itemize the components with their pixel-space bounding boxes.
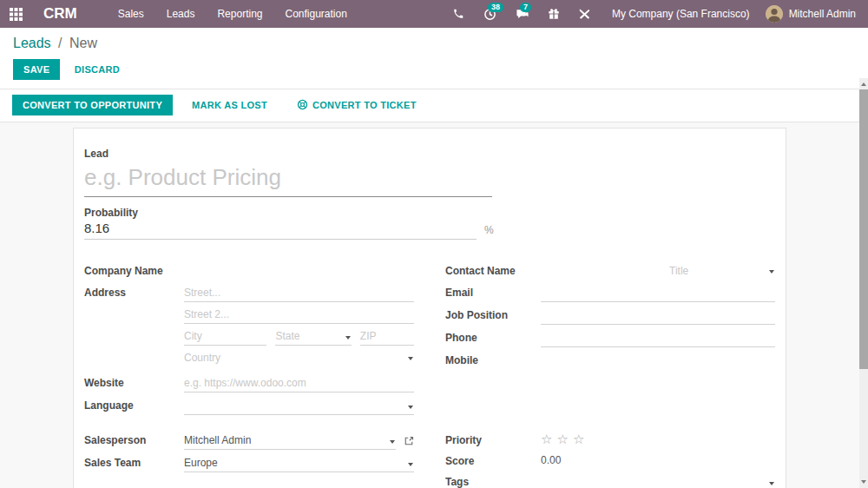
- sales-team-row: Sales Team: [84, 454, 414, 472]
- column-right: Contact Name Email: [445, 262, 775, 419]
- job-position-label: Job Position: [445, 307, 541, 325]
- tags-row: Tags: [445, 473, 775, 488]
- tags-label: Tags: [445, 473, 541, 488]
- scrollbar-up-arrow-icon[interactable]: [861, 82, 866, 86]
- star-icon[interactable]: ☆: [541, 432, 556, 446]
- breadcrumb-separator: /: [55, 36, 65, 50]
- column-left: Company Name Address: [84, 262, 414, 419]
- lead-name-input[interactable]: [84, 162, 492, 197]
- company-name-label: Company Name: [84, 262, 184, 280]
- country-select[interactable]: [184, 350, 414, 366]
- save-button[interactable]: SAVE: [13, 59, 60, 80]
- menu-configuration[interactable]: Configuration: [273, 0, 358, 28]
- score-label: Score: [445, 452, 541, 469]
- contact-name-row: Contact Name: [445, 262, 775, 280]
- breadcrumb-leads-link[interactable]: Leads: [13, 36, 51, 50]
- mobile-input[interactable]: [541, 353, 775, 369]
- convert-to-opportunity-button[interactable]: CONVERT TO OPPORTUNITY: [12, 95, 173, 115]
- voip-phone-icon[interactable]: [443, 0, 474, 28]
- title-caret-icon[interactable]: [769, 270, 774, 274]
- website-label: Website: [84, 374, 184, 392]
- country-caret-icon[interactable]: [408, 357, 413, 360]
- scrollbar-down-arrow-icon[interactable]: [861, 480, 866, 484]
- mobile-row: Mobile: [445, 352, 775, 369]
- address-row: Address: [84, 284, 414, 370]
- avatar-glyph: [766, 5, 783, 23]
- star-icon[interactable]: ☆: [573, 432, 589, 446]
- probability-input[interactable]: [84, 219, 477, 240]
- priority-label: Priority: [445, 432, 541, 448]
- vertical-scrollbar[interactable]: [859, 78, 868, 488]
- top-navbar: CRM Sales Leads Reporting Configuration …: [0, 0, 868, 28]
- company-name-input[interactable]: [184, 263, 414, 280]
- phone-row: Phone: [445, 329, 775, 347]
- apps-grid-glyph: [10, 8, 23, 21]
- score-value: 0.00: [541, 452, 775, 469]
- language-select[interactable]: [184, 398, 414, 415]
- sales-team-caret-icon[interactable]: [408, 463, 413, 466]
- salesperson-select[interactable]: [184, 432, 396, 450]
- language-caret-icon[interactable]: [408, 406, 413, 409]
- email-input[interactable]: [541, 285, 775, 302]
- street-input[interactable]: [184, 285, 414, 302]
- street2-input[interactable]: [184, 307, 414, 324]
- phone-input[interactable]: [541, 330, 775, 347]
- job-position-input[interactable]: [541, 307, 775, 325]
- tags-caret-icon[interactable]: [769, 482, 774, 485]
- tools-icon[interactable]: [569, 0, 600, 28]
- job-position-row: Job Position: [445, 307, 775, 325]
- activities-badge: 38: [488, 3, 503, 12]
- star-icon[interactable]: ☆: [556, 432, 572, 446]
- company-name-row: Company Name: [84, 262, 414, 280]
- breadcrumb: Leads / New: [13, 36, 855, 51]
- tools-glyph: [579, 9, 590, 20]
- form-sheet: Lead Probability % Company Name: [73, 128, 786, 488]
- phone-label: Phone: [445, 329, 541, 347]
- language-label: Language: [84, 397, 184, 415]
- salesperson-caret-icon[interactable]: [390, 440, 395, 444]
- company-switcher[interactable]: My Company (San Francisco): [600, 0, 762, 28]
- website-input[interactable]: [184, 375, 414, 392]
- convert-to-ticket-label: CONVERT TO TICKET: [312, 100, 417, 110]
- salesperson-row: Salesperson: [84, 432, 414, 450]
- priority-stars: ☆☆☆: [541, 432, 775, 448]
- probability-unit: %: [484, 224, 494, 240]
- control-panel: Leads / New SAVE DISCARD: [0, 28, 868, 89]
- zip-input[interactable]: [360, 328, 414, 346]
- probability-label: Probability: [84, 207, 775, 219]
- messages-icon[interactable]: 7: [506, 0, 538, 28]
- user-menu[interactable]: Mitchell Admin: [762, 5, 868, 23]
- menu-sales[interactable]: Sales: [107, 0, 155, 28]
- sales-team-label: Sales Team: [84, 454, 184, 472]
- priority-row: Priority ☆☆☆: [445, 432, 775, 448]
- lead-label: Lead: [84, 148, 775, 160]
- sales-team-select[interactable]: [184, 455, 414, 472]
- menu-leads[interactable]: Leads: [155, 0, 207, 28]
- tags-select[interactable]: [541, 474, 775, 488]
- contact-name-input[interactable]: [541, 263, 669, 280]
- state-caret-icon[interactable]: [345, 336, 351, 340]
- form-view-area: Lead Probability % Company Name: [0, 122, 859, 488]
- crm-lead-form-page: CRM Sales Leads Reporting Configuration …: [0, 0, 868, 488]
- avatar: [766, 5, 783, 23]
- address-label: Address: [84, 284, 184, 370]
- field-group-bottom: Salesperson: [84, 432, 775, 488]
- app-brand[interactable]: CRM: [43, 5, 77, 23]
- navbar-systray: 38 7: [443, 0, 868, 28]
- apps-grid-icon[interactable]: [0, 0, 31, 28]
- salesperson-external-link-icon[interactable]: [404, 436, 414, 446]
- mark-as-lost-button[interactable]: MARK AS LOST: [181, 95, 278, 115]
- discard-button[interactable]: DISCARD: [64, 59, 130, 80]
- gift-icon[interactable]: [538, 0, 569, 28]
- state-select[interactable]: [275, 328, 351, 346]
- mobile-label: Mobile: [445, 352, 541, 369]
- menu-reporting[interactable]: Reporting: [206, 0, 273, 28]
- city-input[interactable]: [184, 328, 266, 346]
- activities-icon[interactable]: 38: [474, 0, 506, 28]
- language-row: Language: [84, 397, 414, 415]
- title-select[interactable]: [669, 263, 775, 280]
- breadcrumb-current: New: [69, 36, 97, 50]
- email-label: Email: [445, 284, 541, 302]
- scrollbar-thumb[interactable]: [859, 89, 868, 369]
- convert-to-ticket-button[interactable]: CONVERT TO TICKET: [286, 94, 427, 115]
